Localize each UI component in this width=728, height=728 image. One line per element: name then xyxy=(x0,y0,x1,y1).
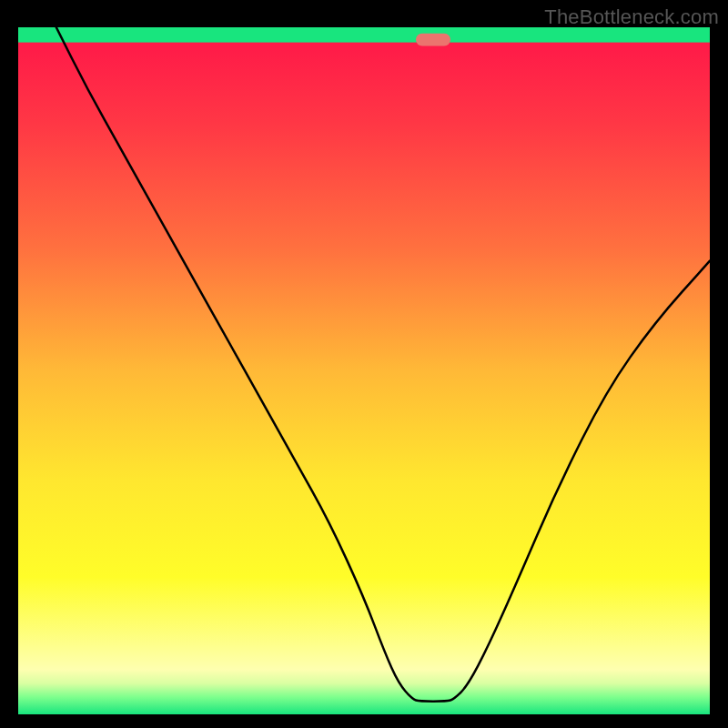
gradient-background xyxy=(18,27,710,714)
watermark-text: TheBottleneck.com xyxy=(544,5,719,29)
chart-svg xyxy=(18,27,710,714)
bottom-band xyxy=(18,27,710,43)
chart-container: TheBottleneck.com xyxy=(0,0,728,728)
plot-area xyxy=(18,27,710,714)
optimal-marker xyxy=(416,34,450,46)
